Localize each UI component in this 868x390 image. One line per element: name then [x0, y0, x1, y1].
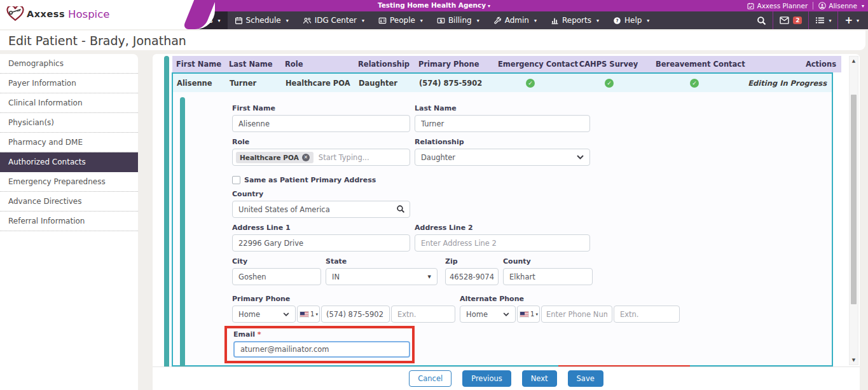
contact-edit-form: First Name Last Name Role Healthcare POA…	[173, 92, 832, 367]
accent-bar	[164, 56, 169, 366]
alternate-phone-ext-input[interactable]	[614, 306, 680, 323]
zip-input[interactable]	[445, 268, 499, 285]
save-button[interactable]: Save	[568, 370, 603, 387]
role-placeholder: Start Typing...	[319, 153, 369, 162]
brand-area: AxxessHospice	[0, 0, 215, 29]
dropdown-arrow-icon: ▼	[428, 274, 431, 279]
svg-text:$: $	[439, 18, 443, 23]
row-role: Healthcare POA	[282, 79, 355, 88]
sidebar-item-referral-information[interactable]: Referral Information	[0, 212, 138, 231]
sidebar-item-pharmacy-and-dme[interactable]: Pharmacy and DME	[0, 133, 138, 152]
search-button[interactable]	[750, 11, 773, 29]
relationship-select[interactable]: Daughter	[415, 149, 590, 166]
help-icon: ?	[613, 17, 621, 25]
state-select[interactable]: IN▼	[326, 268, 437, 285]
email-highlight-box: Email *	[224, 326, 415, 363]
primary-phone-number-input[interactable]	[321, 306, 390, 323]
first-name-label: First Name	[232, 104, 410, 112]
us-flag-icon	[300, 311, 309, 318]
chevron-down-icon: ▾	[857, 18, 859, 24]
vertical-scrollbar[interactable]: ▲ ▼	[849, 56, 858, 365]
nav-billing[interactable]: $ Billing▾	[430, 11, 486, 29]
scrollbar-thumb[interactable]	[851, 95, 857, 304]
address-line-1-input[interactable]	[232, 234, 410, 252]
nav-admin[interactable]: Admin▾	[486, 11, 544, 29]
zip-label: Zip	[445, 257, 499, 266]
admin-wrench-icon	[493, 17, 502, 25]
sidebar-item-emergency-preparedness[interactable]: Emergency Preparedness	[0, 172, 138, 192]
country-input[interactable]	[232, 201, 410, 218]
plus-icon: +	[844, 16, 853, 25]
chevron-down-icon: ▾	[534, 18, 537, 24]
sidebar-item-clinical-information[interactable]: Clinical Information	[0, 93, 138, 113]
county-input[interactable]	[503, 268, 593, 285]
message-count-badge: 2	[793, 17, 802, 24]
email-input[interactable]	[233, 341, 410, 358]
chevron-down-icon: ▾	[420, 18, 423, 24]
address-line-2-input[interactable]	[415, 234, 590, 252]
sidebar-item-advance-directives[interactable]: Advance Directives	[0, 192, 138, 212]
state-label: State	[326, 257, 437, 266]
emergency-contact-check-icon: ✓	[526, 79, 535, 88]
nav-idg-center[interactable]: IDG Center▾	[296, 11, 371, 29]
patient-sections-sidebar: Demographics Payer Information Clinical …	[0, 54, 138, 390]
list-menu-button[interactable]: ▾	[809, 11, 837, 29]
people-card-icon	[378, 17, 387, 25]
nav-people[interactable]: People▾	[371, 11, 430, 29]
messages-button[interactable]: 2	[773, 11, 808, 29]
next-button[interactable]: Next	[522, 370, 557, 387]
page-title: Edit Patient - Brady, Jonathan	[0, 34, 186, 48]
sidebar-item-demographics[interactable]: Demographics	[0, 54, 138, 74]
nav-schedule[interactable]: Schedule▾	[228, 11, 296, 29]
col-first-name: First Name	[172, 60, 225, 69]
previous-button[interactable]: Previous	[462, 370, 511, 387]
cancel-button[interactable]: Cancel	[409, 370, 451, 387]
primary-phone-country-select[interactable]: 1▾	[297, 306, 320, 323]
sidebar-item-payer-information[interactable]: Payer Information	[0, 74, 138, 93]
col-bereavement-contact: Bereavement Contact	[656, 60, 732, 69]
first-name-input[interactable]	[232, 115, 410, 132]
alternate-phone-type-select[interactable]: Home	[460, 306, 516, 323]
alternate-phone-number-input[interactable]	[541, 306, 612, 323]
divider	[813, 2, 813, 10]
search-icon[interactable]	[396, 205, 405, 213]
add-new-button[interactable]: + ▾	[838, 11, 865, 29]
last-name-input[interactable]	[415, 115, 590, 132]
axxess-hospice-logo[interactable]: AxxessHospice	[6, 6, 109, 22]
us-flag-icon	[520, 311, 529, 318]
col-relationship: Relationship	[354, 60, 415, 69]
heart-key-logo-icon	[6, 6, 24, 22]
primary-phone-ext-input[interactable]	[391, 306, 455, 323]
chevron-down-icon: ▾	[596, 18, 599, 24]
role-multiselect[interactable]: Healthcare POA✕ Start Typing...	[232, 149, 410, 166]
nav-help[interactable]: ? Help▾	[606, 11, 656, 29]
col-role: Role	[281, 60, 354, 69]
contacts-content: First Name Last Name Role Relationship P…	[153, 54, 860, 367]
chevron-down-icon	[503, 313, 509, 316]
alternate-phone-country-select[interactable]: 1▾	[517, 306, 540, 323]
scroll-up-icon[interactable]: ▲	[850, 58, 858, 64]
user-menu[interactable]: Alisenne▾	[818, 2, 864, 10]
agency-selector[interactable]: Testing Home Health Agency▾	[378, 1, 490, 9]
billing-icon: $	[437, 17, 445, 25]
same-as-primary-address-checkbox[interactable]	[232, 176, 240, 184]
planner-calendar-icon	[747, 3, 754, 10]
relationship-label: Relationship	[415, 138, 590, 146]
dropdown-arrow-icon: ▾	[315, 312, 318, 317]
editing-status: Editing In Progress	[748, 79, 827, 88]
city-input[interactable]	[232, 268, 321, 285]
sidebar-item-authorized-contacts[interactable]: Authorized Contacts	[0, 152, 138, 172]
remove-role-icon[interactable]: ✕	[302, 154, 310, 161]
sidebar-item-physicians[interactable]: Physician(s)	[0, 113, 138, 133]
scroll-down-icon[interactable]: ▼	[850, 358, 858, 363]
chevron-down-icon: ▾	[218, 18, 221, 24]
nav-reports[interactable]: Reports▾	[544, 11, 606, 29]
svg-text:?: ?	[616, 18, 618, 24]
primary-phone-type-select[interactable]: Home	[232, 306, 296, 323]
last-name-label: Last Name	[415, 104, 590, 112]
contact-row[interactable]: Alisenne Turner Healthcare POA Daughter …	[173, 74, 832, 92]
row-primary-phone: (574) 875-5902	[415, 79, 499, 88]
axxess-planner-link[interactable]: Axxess Planner	[747, 2, 808, 10]
col-emergency-contact: Emergency Contact	[498, 60, 561, 69]
alternate-phone-label: Alternate Phone	[460, 295, 680, 303]
